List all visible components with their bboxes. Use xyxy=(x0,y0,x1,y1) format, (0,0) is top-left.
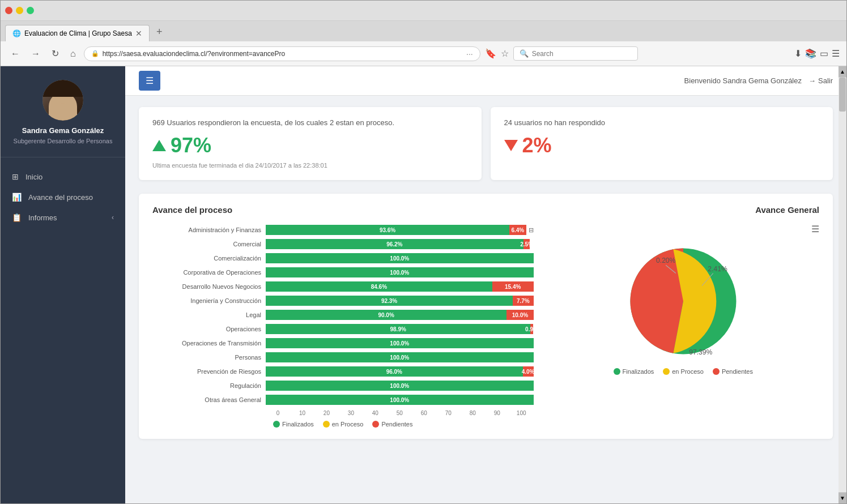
x-axis-label: 70 xyxy=(436,410,461,416)
legend-dot-pendientes xyxy=(713,368,720,375)
bar-segment-green: 84.6% xyxy=(266,281,492,292)
bar-segment-red: 2.5% xyxy=(523,239,530,249)
menu-toggle-button[interactable]: ☰ xyxy=(139,71,160,91)
bar-legend: Finalizadosen ProcesoPendientes xyxy=(152,421,534,428)
stat-value-2: 2% xyxy=(504,134,820,157)
bar-track: 100.0% xyxy=(266,352,534,362)
bar-label: Operaciones xyxy=(152,326,266,332)
close-btn[interactable] xyxy=(5,7,12,14)
bar-row: Comercialización100.0% xyxy=(152,252,534,264)
legend-dot-finalizados xyxy=(614,368,620,375)
pocket-icon[interactable]: 🔖 xyxy=(485,48,496,59)
tab-title: Evaluacion de Clima | Grupo Saesa xyxy=(24,29,132,37)
nav-tools: ⬇ 📚 ▭ ☰ xyxy=(794,48,840,59)
bar-track: 100.0% xyxy=(266,338,534,348)
content-area: 969 Usuarios respondieron la encuesta, d… xyxy=(125,96,846,503)
sidebar-item-avance[interactable]: 📊 Avance del proceso xyxy=(1,187,125,207)
tab-close-btn[interactable]: ✕ xyxy=(135,29,142,38)
logout-button[interactable]: → Salir xyxy=(808,76,833,85)
url-options-icon[interactable]: ··· xyxy=(466,49,473,58)
bar-table-icon[interactable]: ⊟ xyxy=(529,225,534,235)
sidebar-item-inicio[interactable]: ⊞ Inicio xyxy=(1,166,125,187)
bar-row: Operaciones de Transmisión100.0% xyxy=(152,337,534,349)
bar-track: 98.9%0.9% xyxy=(266,324,534,334)
triangle-down-icon xyxy=(504,140,518,151)
chart-icon: 📊 xyxy=(12,193,22,202)
stats-row: 969 Usuarios respondieron la encuesta, d… xyxy=(139,107,833,180)
pie-chart: 2.41% 0.20% 97.39% xyxy=(621,239,746,364)
bar-row: Administración y Finanzas93.6%6.4%⊟ xyxy=(152,224,534,236)
home-btn[interactable]: ⌂ xyxy=(67,46,79,61)
bar-segment-red: 6.4% xyxy=(509,225,526,235)
bar-row: Operaciones98.9%0.9% xyxy=(152,323,534,335)
new-tab-btn[interactable]: + xyxy=(150,23,169,41)
menu-icon[interactable]: ☰ xyxy=(832,48,840,59)
bar-label: Regulación xyxy=(152,382,266,389)
forward-btn[interactable]: → xyxy=(28,46,44,61)
scroll-thumb[interactable] xyxy=(839,78,846,112)
x-axis: 0102030405060708090100 xyxy=(266,408,534,416)
x-axis-label: 60 xyxy=(412,410,436,416)
active-tab[interactable]: 🌐 Evaluacion de Clima | Grupo Saesa ✕ xyxy=(5,25,150,41)
scrollbar[interactable]: ▲ ▼ xyxy=(839,66,846,503)
pie-menu-icon[interactable]: ☰ xyxy=(811,224,819,234)
bar-track: 92.3%7.7% xyxy=(266,296,534,306)
lock-icon: 🔒 xyxy=(91,50,99,57)
x-axis-label: 80 xyxy=(461,410,485,416)
url-bar[interactable]: 🔒 https://saesa.evaluaciondeclima.cl/?en… xyxy=(84,46,480,61)
bar-segment-green: 92.3% xyxy=(266,296,513,306)
refresh-btn[interactable]: ↻ xyxy=(48,46,62,61)
scroll-track[interactable] xyxy=(839,78,846,492)
scroll-down-btn[interactable]: ▼ xyxy=(839,492,846,503)
bar-segment-green: 93.6% xyxy=(266,225,509,235)
x-axis-label: 10 xyxy=(290,410,314,416)
profile-role: Subgerente Desarrollo de Personas xyxy=(14,137,113,146)
bar-row: Otras áreas General100.0% xyxy=(152,394,534,406)
bar-segment-green: 100.0% xyxy=(266,352,534,362)
bar-row: Desarrollo Nuevos Negocios84.6%15.4% xyxy=(152,280,534,293)
minimize-btn[interactable] xyxy=(16,7,23,14)
search-box[interactable]: 🔍 xyxy=(513,46,638,61)
bar-row: Regulación100.0% xyxy=(152,379,534,392)
pie-legend: Finalizados en Proceso Pendientes xyxy=(614,368,753,375)
sidebar-item-informes[interactable]: 📋 Informes ‹ xyxy=(1,207,125,228)
pie-legend-en-proceso: en Proceso xyxy=(663,368,704,375)
bar-segment-green: 100.0% xyxy=(266,395,534,405)
pie-svg: 2.41% 0.20% 97.39% xyxy=(621,239,746,364)
library-icon[interactable]: 📚 xyxy=(805,48,816,59)
nav-bar: ← → ↻ ⌂ 🔒 https://saesa.evaluaciondeclim… xyxy=(1,41,846,66)
bar-legend-item: en Proceso xyxy=(323,421,364,428)
pie-legend-pendientes: Pendientes xyxy=(713,368,753,375)
logout-icon: → xyxy=(808,76,816,85)
scroll-up-btn[interactable]: ▲ xyxy=(839,66,846,78)
grid-icon: ⊞ xyxy=(12,172,19,181)
sidebar-label-avance: Avance del proceso xyxy=(28,193,93,202)
x-axis-label: 50 xyxy=(388,410,412,416)
charts-row: Administración y Finanzas93.6%6.4%⊟Comer… xyxy=(152,224,819,428)
app-container: Sandra Gema González Subgerente Desarrol… xyxy=(1,66,846,503)
sidebar-toggle-icon[interactable]: ▭ xyxy=(820,48,828,59)
bar-track: 100.0% xyxy=(266,395,534,405)
back-btn[interactable]: ← xyxy=(7,46,23,61)
bar-track: 96.0%4.0% xyxy=(266,366,534,377)
download-icon[interactable]: ⬇ xyxy=(794,48,802,59)
bar-label: Comercial xyxy=(152,241,266,247)
maximize-btn[interactable] xyxy=(27,7,34,14)
process-section: Avance del proceso Avance General Admini… xyxy=(139,194,833,439)
search-icon: 🔍 xyxy=(520,49,529,58)
tab-favicon: 🌐 xyxy=(12,29,21,37)
bookmark-icon[interactable]: ☆ xyxy=(501,48,509,59)
pie-header: ☰ xyxy=(547,224,819,234)
search-input[interactable] xyxy=(532,50,623,58)
legend-label-finalizados: Finalizados xyxy=(623,368,654,375)
url-text: https://saesa.evaluaciondeclima.cl/?envi… xyxy=(103,50,463,58)
stat-value-1: 97% xyxy=(152,134,468,157)
bar-label: Prevención de Riesgos xyxy=(152,368,266,375)
x-axis-label: 30 xyxy=(339,410,363,416)
legend-label-en-proceso: en Proceso xyxy=(672,368,704,375)
bar-label: Personas xyxy=(152,354,266,361)
bar-track: 90.0%10.0% xyxy=(266,310,534,320)
legend-label: Finalizados xyxy=(282,421,314,428)
bar-label: Desarrollo Nuevos Negocios xyxy=(152,283,266,290)
bar-label: Corporativa de Operaciones xyxy=(152,269,266,276)
